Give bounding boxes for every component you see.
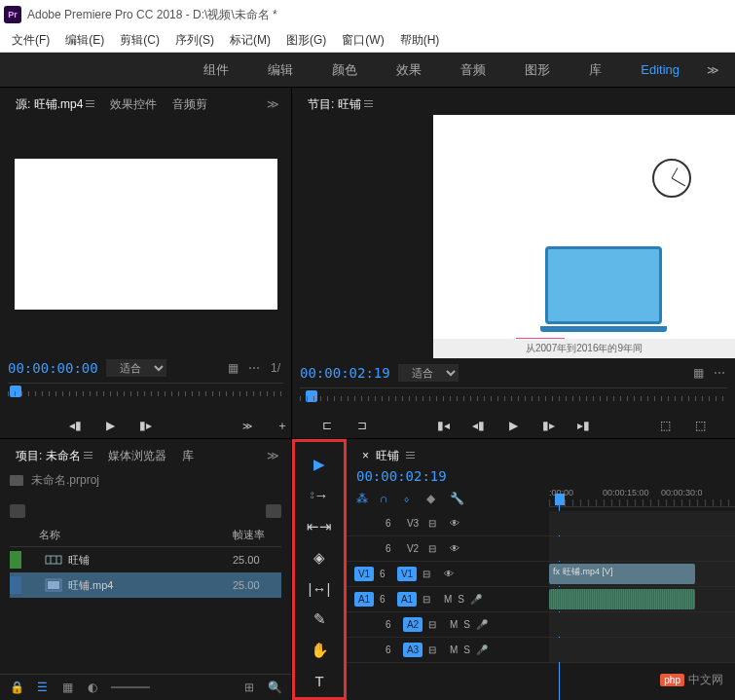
project-tab[interactable]: 项目: 未命名	[8, 445, 100, 467]
track-label[interactable]: A1	[397, 592, 417, 607]
lock-icon[interactable]: 6	[386, 543, 397, 554]
freeform-view-icon[interactable]: ◐	[86, 681, 99, 694]
panel-menu-icon[interactable]	[86, 100, 94, 108]
menu-window[interactable]: 窗口(W)	[334, 32, 391, 49]
step-back-button[interactable]: ◂▮	[67, 417, 85, 434]
audio-clip[interactable]	[549, 589, 695, 609]
selection-tool[interactable]: ▶	[307, 456, 332, 473]
track-label[interactable]: V1	[397, 567, 417, 581]
automate-icon[interactable]: ⊞	[242, 681, 256, 694]
eye-icon[interactable]: 👁	[450, 543, 465, 554]
track-label[interactable]: A3	[403, 643, 423, 657]
wrench-icon[interactable]: 🔧	[450, 492, 463, 505]
settings-icon[interactable]: ◆	[426, 492, 440, 505]
workspace-editing-cn[interactable]: 编辑	[248, 61, 312, 79]
track-label[interactable]: V2	[403, 543, 423, 554]
timeline-playhead[interactable]	[555, 494, 565, 505]
lock-icon[interactable]: 6	[386, 518, 397, 529]
timeline-timecode[interactable]: 00:00:02:19	[356, 468, 447, 484]
panel-menu-icon[interactable]	[364, 100, 373, 108]
toggle-output-icon[interactable]: ⊟	[428, 645, 444, 655]
media-browser-tab[interactable]: 媒体浏览器	[100, 445, 174, 467]
workspace-graphics[interactable]: 图形	[505, 61, 570, 79]
tab-overflow-icon[interactable]: ≫	[263, 449, 283, 462]
track-label[interactable]: V3	[403, 518, 423, 529]
settings-icon[interactable]: ▦	[225, 360, 240, 376]
workspace-assembly[interactable]: 组件	[184, 61, 248, 79]
source-ruler[interactable]	[8, 383, 283, 396]
workspace-effects[interactable]: 效果	[377, 61, 441, 79]
list-view-icon[interactable]: ☰	[35, 681, 49, 694]
panel-menu-icon[interactable]	[84, 452, 92, 460]
type-tool[interactable]: T	[307, 673, 332, 689]
mute-button[interactable]: M	[444, 594, 452, 605]
find-icon[interactable]: 🔍	[268, 681, 281, 694]
ripple-edit-tool[interactable]: ⇤⇥	[307, 518, 332, 535]
play-button[interactable]: ▶	[505, 417, 523, 434]
solo-button[interactable]: S	[463, 619, 470, 630]
zoom-slider[interactable]	[111, 686, 150, 688]
workspace-editing[interactable]: Editing	[621, 62, 699, 77]
toggle-output-icon[interactable]: ⊟	[428, 619, 444, 630]
voice-over-icon[interactable]: 🎤	[476, 645, 488, 655]
tab-overflow-icon[interactable]: ≫	[263, 97, 283, 111]
menu-help[interactable]: 帮助(H)	[392, 32, 448, 49]
eye-icon[interactable]: 👁	[450, 518, 465, 529]
panel-menu-icon[interactable]	[406, 452, 415, 460]
program-viewer[interactable]: 从2007年到2016年的9年间	[292, 115, 735, 358]
track-content[interactable]: fx旺铺.mp4 [V]	[549, 562, 735, 586]
timeline-tab[interactable]: ×旺铺	[354, 445, 423, 467]
track-content[interactable]	[549, 587, 735, 611]
lock-icon[interactable]: 6	[386, 645, 397, 655]
overflow-icon[interactable]: ⋯	[246, 360, 262, 376]
menu-markers[interactable]: 标记(M)	[222, 32, 278, 49]
lift-button[interactable]: ⬚	[657, 417, 675, 434]
source-viewer[interactable]	[0, 115, 291, 353]
source-fit-dropdown[interactable]: 适合	[106, 359, 166, 377]
track-select-tool[interactable]: ⦂→	[307, 487, 332, 504]
toggle-output-icon[interactable]: ⊟	[428, 543, 444, 554]
workspace-overflow-icon[interactable]: ≫	[699, 63, 727, 77]
source-patch[interactable]: V1	[354, 567, 374, 581]
step-forward-button[interactable]: ▮▸	[137, 417, 155, 434]
project-row[interactable]: 旺铺.mp4 25.00	[10, 572, 281, 598]
go-to-out-button[interactable]: ▸▮	[575, 417, 593, 434]
extract-button[interactable]: ⬚	[692, 417, 710, 434]
step-back-button[interactable]: ◂▮	[470, 417, 488, 434]
program-timecode[interactable]: 00:00:02:19	[300, 365, 390, 381]
voice-over-icon[interactable]: 🎤	[476, 619, 488, 630]
slip-tool[interactable]: |↔|	[307, 580, 332, 597]
menu-sequence[interactable]: 序列(S)	[167, 32, 222, 49]
razor-tool[interactable]: ◈	[307, 549, 332, 567]
column-name[interactable]: 名称	[10, 528, 233, 542]
lock-icon[interactable]: 6	[380, 594, 391, 605]
workspace-color[interactable]: 颜色	[312, 61, 377, 79]
filter-icon[interactable]	[10, 504, 25, 518]
workspace-audio[interactable]: 音频	[441, 61, 505, 79]
timeline-ruler[interactable]: :00:00 00:00:15:00 00:00:30:0	[549, 486, 735, 507]
add-button[interactable]: ＋	[274, 417, 291, 434]
program-ruler[interactable]	[300, 387, 727, 401]
toggle-output-icon[interactable]: ⊟	[428, 518, 444, 529]
mute-button[interactable]: M	[450, 619, 458, 630]
menu-file[interactable]: 文件(F)	[4, 32, 57, 49]
source-timecode[interactable]: 00:00:00:00	[8, 360, 98, 376]
lock-icon[interactable]: 6	[386, 619, 397, 630]
menu-edit[interactable]: 编辑(E)	[57, 32, 112, 49]
column-fps[interactable]: 帧速率	[233, 528, 281, 542]
lock-icon[interactable]: 6	[380, 569, 391, 579]
mark-in-button[interactable]: ⊏	[318, 417, 336, 434]
program-tab[interactable]: 节目: 旺铺	[300, 93, 381, 116]
button-editor-icon[interactable]: ≫	[239, 417, 256, 434]
track-content[interactable]	[549, 638, 735, 662]
solo-button[interactable]: S	[463, 645, 470, 655]
track-content[interactable]	[549, 612, 735, 637]
step-forward-button[interactable]: ▮▸	[540, 417, 558, 434]
source-tab[interactable]: 源: 旺铺.mp4	[8, 93, 102, 116]
hand-tool[interactable]: ✋	[307, 642, 332, 659]
track-label[interactable]: A2	[403, 617, 423, 632]
program-fit-dropdown[interactable]: 适合	[398, 364, 459, 382]
video-clip[interactable]: fx旺铺.mp4 [V]	[549, 564, 695, 584]
settings-icon[interactable]: ▦	[690, 365, 706, 381]
eye-icon[interactable]: 👁	[444, 569, 459, 579]
